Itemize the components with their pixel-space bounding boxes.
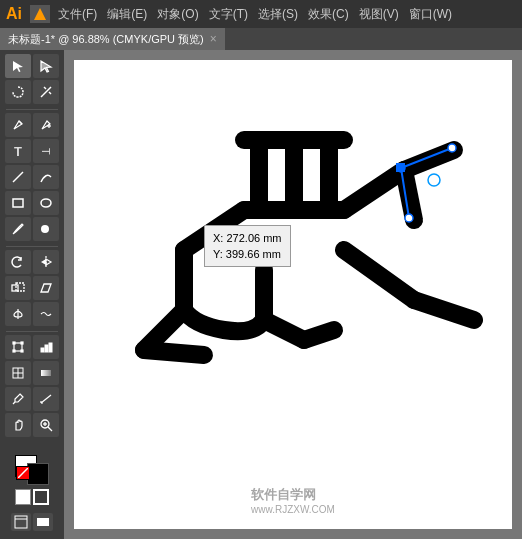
- lasso-tool[interactable]: [5, 80, 31, 104]
- tab-close-button[interactable]: ×: [210, 32, 217, 46]
- menu-item-w[interactable]: 窗口(W): [409, 6, 452, 23]
- illustration: [104, 90, 484, 380]
- bottom-tool-area: [7, 509, 57, 535]
- stroke-indicator[interactable]: [33, 489, 49, 505]
- fill-indicator[interactable]: [15, 489, 31, 505]
- blob-brush-tool[interactable]: [33, 217, 59, 241]
- background-color[interactable]: [27, 463, 49, 485]
- svg-line-57: [144, 350, 204, 355]
- paint-brush-tool[interactable]: [5, 217, 31, 241]
- svg-line-33: [41, 395, 51, 403]
- svg-line-5: [41, 95, 43, 97]
- mesh-tool[interactable]: [5, 361, 31, 385]
- svg-marker-16: [46, 259, 51, 265]
- select-tool[interactable]: [5, 54, 31, 78]
- width-tool[interactable]: [5, 302, 31, 326]
- tool-group-14: [0, 413, 64, 437]
- svg-rect-66: [230, 243, 238, 251]
- tool-group-2: [0, 80, 64, 104]
- tool-separator-3: [6, 331, 57, 332]
- svg-rect-41: [15, 516, 27, 528]
- menu-item-t[interactable]: 文字(T): [209, 6, 248, 23]
- svg-rect-27: [49, 343, 52, 352]
- svg-line-11: [13, 172, 23, 182]
- svg-rect-17: [12, 285, 18, 291]
- vertical-type-tool[interactable]: T: [33, 139, 59, 163]
- svg-point-63: [448, 144, 456, 152]
- left-toolbar: T T: [0, 50, 64, 539]
- reflect-tool[interactable]: [33, 250, 59, 274]
- rotate-tool[interactable]: [5, 250, 31, 274]
- shear-tool[interactable]: [33, 276, 59, 300]
- menu-item-s[interactable]: 选择(S): [258, 6, 298, 23]
- tool-separator-1: [6, 109, 57, 110]
- menu-bar: 文件(F)编辑(E)对象(O)文字(T)选择(S)效果(C)视图(V)窗口(W): [58, 6, 516, 23]
- arc-tool[interactable]: [33, 165, 59, 189]
- svg-point-67: [428, 174, 440, 186]
- svg-rect-65: [396, 163, 405, 172]
- svg-rect-24: [21, 350, 23, 352]
- canvas-area[interactable]: X: 272.06 mm Y: 399.66 mm 软件自学网 www.RJZX…: [64, 50, 522, 539]
- gradient-tool[interactable]: [33, 361, 59, 385]
- tab-bar: 未标题-1* @ 96.88% (CMYK/GPU 预览) ×: [0, 28, 522, 50]
- measure-tool[interactable]: [33, 387, 59, 411]
- tool-group-6: [0, 191, 64, 215]
- screen-mode-tool[interactable]: [33, 513, 53, 531]
- tool-group-13: [0, 387, 64, 411]
- free-transform-tool[interactable]: [5, 335, 31, 359]
- svg-line-8: [19, 121, 22, 124]
- eyedropper-tool[interactable]: [5, 387, 31, 411]
- menu-item-c[interactable]: 效果(C): [308, 6, 349, 23]
- zoom-tool[interactable]: [33, 413, 59, 437]
- svg-rect-25: [41, 348, 44, 352]
- tool-group-10: [0, 302, 64, 326]
- stroke-color: [16, 466, 30, 480]
- svg-marker-1: [13, 61, 23, 72]
- watermark: 软件自学网 www.RJZXW.COM: [251, 486, 335, 515]
- column-graph-tool[interactable]: [33, 335, 59, 359]
- title-bar: Ai 文件(F)编辑(E)对象(O)文字(T)选择(S)效果(C)视图(V)窗口…: [0, 0, 522, 28]
- menu-item-v[interactable]: 视图(V): [359, 6, 399, 23]
- svg-marker-0: [34, 8, 46, 20]
- warp-tool[interactable]: [33, 302, 59, 326]
- svg-marker-15: [41, 259, 46, 265]
- svg-line-32: [13, 402, 15, 404]
- tab-title: 未标题-1* @ 96.88% (CMYK/GPU 预览): [8, 32, 204, 47]
- menu-item-e[interactable]: 编辑(E): [107, 6, 147, 23]
- svg-rect-21: [13, 342, 15, 344]
- tool-group-11: [0, 335, 64, 359]
- rect-tool[interactable]: [5, 191, 31, 215]
- svg-rect-18: [16, 283, 24, 291]
- svg-rect-31: [41, 370, 51, 376]
- watermark-url: www.RJZXW.COM: [251, 504, 335, 515]
- scale-tool[interactable]: [5, 276, 31, 300]
- ellipse-tool[interactable]: [33, 191, 59, 215]
- hand-tool[interactable]: [5, 413, 31, 437]
- tool-group-3: [0, 113, 64, 137]
- svg-rect-22: [21, 342, 23, 344]
- menu-item-f[interactable]: 文件(F): [58, 6, 97, 23]
- active-tab[interactable]: 未标题-1* @ 96.88% (CMYK/GPU 预览) ×: [0, 28, 225, 50]
- tool-group-5: [0, 165, 64, 189]
- color-area: [11, 451, 53, 509]
- pen-tool[interactable]: [5, 113, 31, 137]
- color-swatches[interactable]: [15, 455, 49, 485]
- svg-rect-23: [13, 350, 15, 352]
- svg-rect-26: [45, 345, 48, 352]
- screen-mode-row: [11, 513, 53, 531]
- svg-line-37: [48, 427, 52, 431]
- app-icon: [30, 5, 50, 23]
- svg-line-55: [344, 250, 414, 300]
- svg-rect-12: [13, 199, 23, 207]
- magic-wand-tool[interactable]: [33, 80, 59, 104]
- app-logo: Ai: [6, 5, 22, 23]
- type-tool[interactable]: T: [5, 139, 31, 163]
- line-tool[interactable]: [5, 165, 31, 189]
- artboard-tool[interactable]: [11, 513, 31, 531]
- add-anchor-tool[interactable]: [33, 113, 59, 137]
- menu-item-o[interactable]: 对象(O): [157, 6, 198, 23]
- color-mode-buttons: [15, 489, 49, 505]
- watermark-text: 软件自学网: [251, 486, 335, 504]
- direct-select-tool[interactable]: [33, 54, 59, 78]
- canvas-inner: X: 272.06 mm Y: 399.66 mm 软件自学网 www.RJZX…: [74, 60, 512, 529]
